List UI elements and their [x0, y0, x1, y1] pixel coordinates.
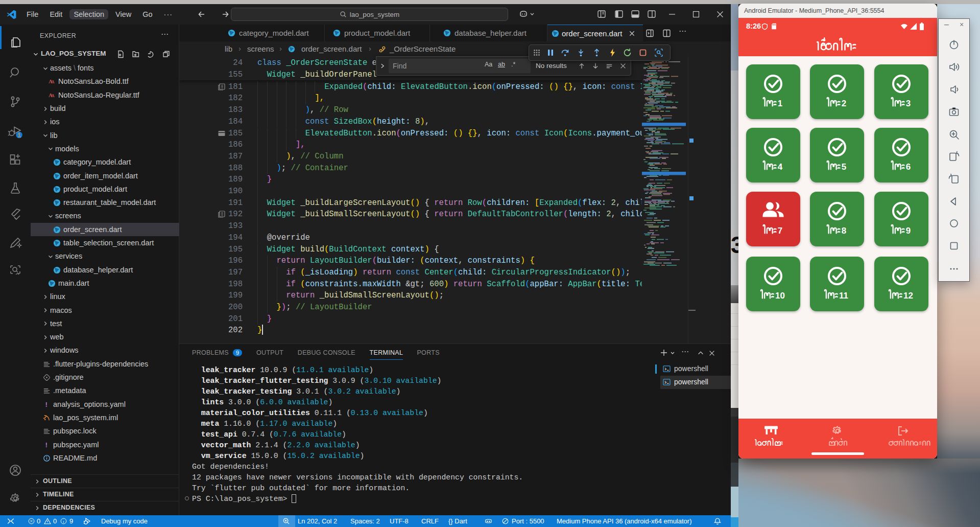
svg-text:4: 4 [778, 162, 783, 172]
svg-text:2: 2 [842, 99, 846, 108]
svg-text:8: 8 [842, 226, 846, 236]
svg-text:6: 6 [906, 162, 911, 172]
svg-text:11: 11 [839, 291, 848, 301]
svg-text:!: ! [45, 401, 47, 408]
svg-text:9: 9 [906, 226, 911, 236]
svg-text:A: A [52, 80, 55, 85]
svg-text:5: 5 [842, 162, 846, 172]
svg-text:7: 7 [778, 226, 782, 236]
svg-text:3: 3 [906, 99, 911, 108]
svg-text:1: 1 [18, 132, 21, 138]
svg-text:10: 10 [775, 291, 785, 301]
svg-text:12: 12 [903, 291, 913, 301]
svg-text:!: ! [45, 442, 47, 449]
svg-text:1: 1 [778, 99, 782, 108]
svg-text:A: A [52, 93, 55, 98]
